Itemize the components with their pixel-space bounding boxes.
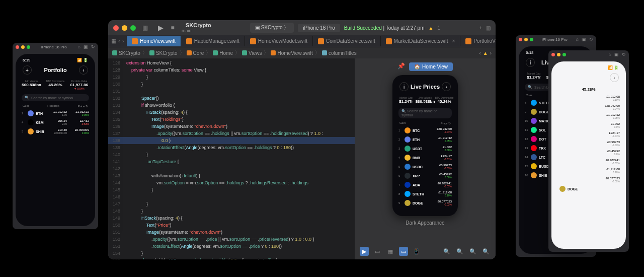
- close-button[interactable]: [519, 38, 522, 41]
- coin-row[interactable]: £0.99973-0.03%: [554, 139, 623, 148]
- rotate-icon[interactable]: ↻: [589, 37, 593, 42]
- zoom-fit-button[interactable]: 🔍: [455, 247, 464, 256]
- minimize-button[interactable]: [21, 45, 25, 49]
- preview-badge[interactable]: 🏠 Home View: [409, 62, 453, 71]
- search-field[interactable]: 🔍 Search by name or symbol: [398, 108, 452, 118]
- coin-row[interactable]: £1,912.080.10%: [554, 166, 623, 175]
- col-price[interactable]: Price: [78, 105, 85, 108]
- close-button[interactable]: [113, 25, 119, 31]
- nav-forward-button[interactable]: ›: [610, 73, 619, 82]
- home-icon[interactable]: ⌂: [609, 52, 611, 57]
- file-tab[interactable]: MarketDataService.swift×: [381, 36, 461, 46]
- coin-row[interactable]: 7ADA£0.382241-0.07%: [395, 180, 455, 189]
- preview-device-button[interactable]: 📱: [412, 247, 421, 256]
- nav-back-button[interactable]: ‹: [79, 65, 88, 75]
- selectable-button[interactable]: ▭: [373, 247, 382, 256]
- breadcrumb-item[interactable]: Core: [187, 50, 204, 56]
- zoom-button[interactable]: [27, 45, 30, 49]
- close-button[interactable]: [551, 53, 555, 56]
- zoom-button[interactable]: [130, 25, 136, 31]
- stop-button[interactable]: ■: [168, 23, 178, 33]
- live-preview-button[interactable]: ▶: [360, 247, 369, 256]
- coin-row[interactable]: 8STETH£1,912.080.10%: [395, 189, 455, 198]
- device-selector[interactable]: iPhone 16 Pro: [298, 24, 340, 32]
- nav-back-icon[interactable]: ‹: [118, 38, 120, 44]
- coin-row[interactable]: £0.382241-0.07%: [554, 157, 623, 166]
- col-coin[interactable]: Coin: [526, 94, 532, 97]
- breadcrumb-item[interactable]: HomeView.swift: [271, 50, 312, 56]
- add-button[interactable]: +: [479, 25, 482, 31]
- coin-row[interactable]: £1,912.080.10%: [554, 94, 623, 103]
- variants-button[interactable]: ▦: [386, 247, 395, 256]
- coin-row[interactable]: £0.459920.0%: [554, 148, 623, 157]
- close-button[interactable]: [16, 45, 19, 49]
- breadcrumb-item[interactable]: SKCrypto: [112, 50, 140, 56]
- file-tab[interactable]: HapticManager.swift: [181, 36, 245, 46]
- library-button[interactable]: ▥: [486, 25, 491, 31]
- breadcrumb-item[interactable]: Home: [213, 50, 233, 56]
- file-tab[interactable]: HomeViewModel.swift: [245, 36, 313, 46]
- zoom-100-button[interactable]: 🔍: [468, 247, 477, 256]
- bc-nav-forward[interactable]: ›: [490, 50, 492, 56]
- minimize-button[interactable]: [122, 25, 127, 31]
- coin-row[interactable]: 2ETH£1,912.321.00£1,912.320.05%: [19, 109, 92, 118]
- file-tab[interactable]: PortfolioView.swif...: [460, 36, 496, 46]
- code-editor[interactable]: 126extension HomeView {127128 private va…: [108, 58, 355, 259]
- coin-row[interactable]: 9DOGE£0.077023-0.02%: [395, 198, 455, 207]
- warning-indicator-icon[interactable]: ▲: [483, 50, 488, 56]
- info-button[interactable]: i: [526, 58, 535, 67]
- search-field[interactable]: 🔍 Search by name or symbol: [22, 94, 89, 101]
- home-icon[interactable]: ⌂: [78, 44, 80, 49]
- coin-row[interactable]: 4BNB£324.17-0.01%: [395, 153, 455, 162]
- minimize-button[interactable]: [524, 38, 528, 41]
- zoom-button[interactable]: [562, 53, 566, 56]
- project-title[interactable]: SKCrypto: [186, 22, 211, 28]
- nav-forward-button[interactable]: ›: [442, 82, 451, 91]
- coin-row[interactable]: 3USDT£1.0020.00%: [395, 144, 455, 153]
- col-holdings[interactable]: Holdings: [47, 104, 59, 108]
- clock: 6:19: [23, 58, 31, 62]
- col-coin[interactable]: Coin: [23, 104, 29, 108]
- scheme-selector[interactable]: ▣ SKCrypto 〉: [250, 23, 294, 33]
- close-icon[interactable]: ×: [452, 38, 455, 44]
- zoom-out-button[interactable]: 🔍: [442, 247, 451, 256]
- coin-row[interactable]: 2ETH£1,912.320.05%: [395, 135, 455, 144]
- device-settings-button[interactable]: ▭: [399, 247, 408, 256]
- sidebar-toggle-icon[interactable]: ▥: [140, 23, 150, 33]
- coin-row[interactable]: 4KSM£55.242.00£27.62-0.53%: [19, 118, 92, 127]
- nav-forward-icon[interactable]: ›: [122, 38, 124, 44]
- phone-screen[interactable]: 6:19📶 🔋 + Portfolio ‹ 24h Volume$60.538b…: [16, 54, 95, 226]
- pin-icon[interactable]: 📌: [397, 62, 405, 71]
- coin-row[interactable]: £0.077023-0.02%: [554, 175, 623, 184]
- run-button[interactable]: ▶: [158, 24, 164, 32]
- coin-row[interactable]: £1.0020.0%: [554, 121, 623, 130]
- coin-row[interactable]: £28,942.00-0.04%: [554, 103, 623, 112]
- zoom-button[interactable]: [530, 38, 533, 41]
- rotate-icon[interactable]: ↻: [91, 44, 95, 49]
- info-button[interactable]: i: [399, 82, 409, 91]
- file-tab[interactable]: HomeView.swift: [127, 36, 181, 46]
- breadcrumb-item[interactable]: Views: [242, 50, 262, 56]
- warning-icon[interactable]: ▲: [428, 25, 433, 31]
- file-tab[interactable]: CoinDataService.swift: [313, 36, 381, 46]
- bc-nav-back[interactable]: ‹: [479, 50, 480, 56]
- add-button[interactable]: +: [23, 65, 32, 75]
- zoom-in-button[interactable]: 🔍: [481, 247, 491, 256]
- minimize-button[interactable]: [557, 53, 560, 56]
- screenshot-icon[interactable]: ▣: [582, 37, 586, 42]
- related-items-icon[interactable]: ▦: [111, 38, 116, 44]
- breadcrumb-item[interactable]: SKCrypto: [149, 50, 178, 56]
- phone-screen-light[interactable]: 📶 🔋 › 45.26% £1,912.080.10%£28,942.00-0.…: [551, 61, 626, 249]
- coin-row[interactable]: 5USDC£0.99973-0.03%: [395, 162, 455, 171]
- coin-row[interactable]: £1,912.320.05%: [554, 112, 623, 121]
- coin-row[interactable]: 5SHIB£10.401000000.00£0.0000090.00%: [19, 127, 92, 136]
- preview-device[interactable]: iLive Prices›Market Cap$1.24Tr24h Volume…: [392, 75, 458, 216]
- screenshot-icon[interactable]: ▣: [614, 52, 619, 57]
- breadcrumb-item[interactable]: columnTitles: [322, 50, 357, 56]
- coin-row[interactable]: 6XRP£0.459920.00%: [395, 171, 455, 180]
- coin-row[interactable]: 1BTC£28,942.00-0.04%: [395, 126, 455, 135]
- home-icon[interactable]: ⌂: [576, 37, 579, 42]
- screenshot-icon[interactable]: ▣: [84, 44, 88, 49]
- coin-row[interactable]: £324.17-0.01%: [554, 130, 623, 139]
- rotate-icon[interactable]: ↻: [622, 52, 626, 57]
